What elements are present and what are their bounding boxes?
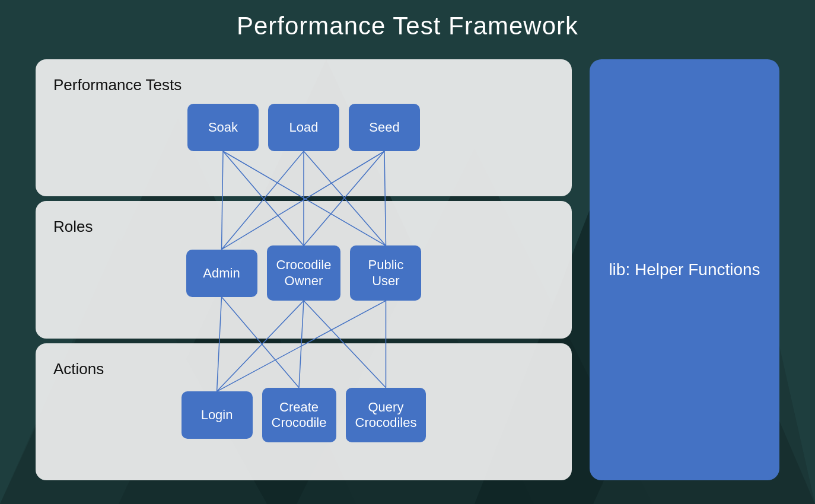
actions-content: Login Create Crocodile Query Crocodiles	[53, 388, 554, 443]
soak-box[interactable]: Soak	[187, 104, 259, 151]
query-crocodiles-box[interactable]: Query Crocodiles	[346, 388, 426, 443]
admin-box[interactable]: Admin	[186, 250, 257, 297]
performance-tests-panel: Performance Tests Soak Load Seed	[36, 59, 572, 196]
roles-label: Roles	[53, 218, 554, 236]
right-section: lib: Helper Functions	[590, 59, 779, 480]
login-box[interactable]: Login	[182, 391, 253, 439]
helper-functions-panel[interactable]: lib: Helper Functions	[590, 59, 779, 480]
helper-functions-label: lib: Helper Functions	[609, 260, 760, 279]
seed-box[interactable]: Seed	[349, 104, 420, 151]
load-box[interactable]: Load	[268, 104, 339, 151]
main-layout: Performance Tests Soak Load Seed Roles A…	[36, 59, 779, 480]
public-user-box[interactable]: Public User	[350, 245, 421, 301]
performance-tests-label: Performance Tests	[53, 76, 554, 94]
roles-content: Admin Crocodile Owner Public User	[53, 245, 554, 301]
performance-tests-content: Soak Load Seed	[53, 104, 554, 151]
page-title: Performance Test Framework	[0, 12, 815, 40]
actions-label: Actions	[53, 360, 554, 378]
actions-panel: Actions Login Create Crocodile Query Cro…	[36, 343, 572, 480]
roles-panel: Roles Admin Crocodile Owner Public User	[36, 201, 572, 338]
left-section: Performance Tests Soak Load Seed Roles A…	[36, 59, 572, 480]
crocodile-owner-box[interactable]: Crocodile Owner	[267, 245, 341, 301]
create-crocodile-box[interactable]: Create Crocodile	[262, 388, 336, 443]
